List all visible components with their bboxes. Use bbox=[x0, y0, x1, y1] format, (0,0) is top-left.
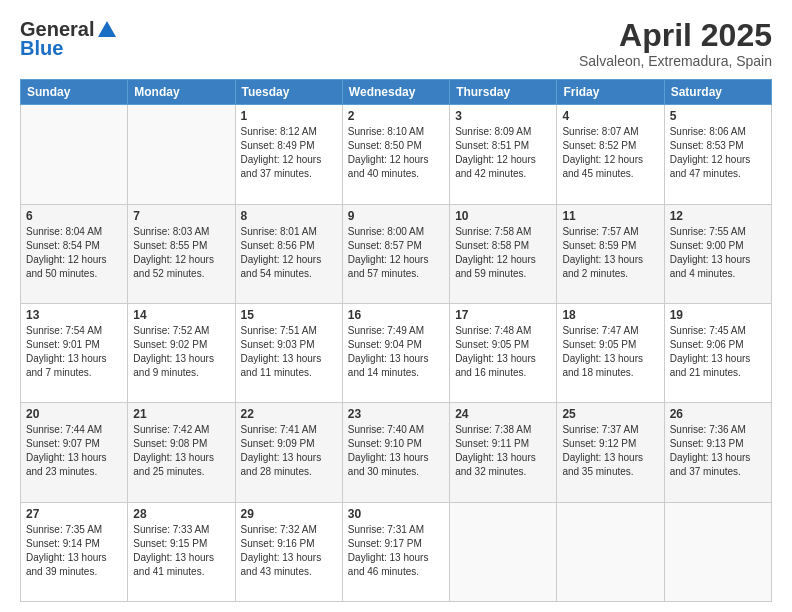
calendar-cell bbox=[21, 105, 128, 204]
logo-icon bbox=[96, 19, 118, 41]
calendar-cell bbox=[128, 105, 235, 204]
day-number: 9 bbox=[348, 209, 444, 223]
calendar-cell: 7Sunrise: 8:03 AMSunset: 8:55 PMDaylight… bbox=[128, 204, 235, 303]
day-number: 10 bbox=[455, 209, 551, 223]
calendar-week-row: 6Sunrise: 8:04 AMSunset: 8:54 PMDaylight… bbox=[21, 204, 772, 303]
svg-marker-0 bbox=[98, 21, 116, 37]
day-info: Sunrise: 7:51 AMSunset: 9:03 PMDaylight:… bbox=[241, 324, 337, 380]
calendar-cell: 4Sunrise: 8:07 AMSunset: 8:52 PMDaylight… bbox=[557, 105, 664, 204]
calendar-cell: 16Sunrise: 7:49 AMSunset: 9:04 PMDayligh… bbox=[342, 303, 449, 402]
day-number: 28 bbox=[133, 507, 229, 521]
col-friday: Friday bbox=[557, 80, 664, 105]
day-info: Sunrise: 7:40 AMSunset: 9:10 PMDaylight:… bbox=[348, 423, 444, 479]
day-info: Sunrise: 8:04 AMSunset: 8:54 PMDaylight:… bbox=[26, 225, 122, 281]
header: General Blue April 2025 Salvaleon, Extre… bbox=[20, 18, 772, 69]
day-number: 22 bbox=[241, 407, 337, 421]
day-info: Sunrise: 8:01 AMSunset: 8:56 PMDaylight:… bbox=[241, 225, 337, 281]
calendar-cell: 20Sunrise: 7:44 AMSunset: 9:07 PMDayligh… bbox=[21, 403, 128, 502]
day-info: Sunrise: 8:09 AMSunset: 8:51 PMDaylight:… bbox=[455, 125, 551, 181]
calendar-cell: 1Sunrise: 8:12 AMSunset: 8:49 PMDaylight… bbox=[235, 105, 342, 204]
day-info: Sunrise: 7:44 AMSunset: 9:07 PMDaylight:… bbox=[26, 423, 122, 479]
day-info: Sunrise: 7:55 AMSunset: 9:00 PMDaylight:… bbox=[670, 225, 766, 281]
calendar-week-row: 13Sunrise: 7:54 AMSunset: 9:01 PMDayligh… bbox=[21, 303, 772, 402]
day-number: 25 bbox=[562, 407, 658, 421]
day-number: 19 bbox=[670, 308, 766, 322]
calendar-week-row: 1Sunrise: 8:12 AMSunset: 8:49 PMDaylight… bbox=[21, 105, 772, 204]
day-number: 15 bbox=[241, 308, 337, 322]
day-number: 30 bbox=[348, 507, 444, 521]
day-number: 12 bbox=[670, 209, 766, 223]
day-info: Sunrise: 7:52 AMSunset: 9:02 PMDaylight:… bbox=[133, 324, 229, 380]
calendar-cell: 18Sunrise: 7:47 AMSunset: 9:05 PMDayligh… bbox=[557, 303, 664, 402]
day-info: Sunrise: 7:31 AMSunset: 9:17 PMDaylight:… bbox=[348, 523, 444, 579]
day-info: Sunrise: 8:10 AMSunset: 8:50 PMDaylight:… bbox=[348, 125, 444, 181]
main-title: April 2025 bbox=[579, 18, 772, 53]
calendar-cell: 24Sunrise: 7:38 AMSunset: 9:11 PMDayligh… bbox=[450, 403, 557, 502]
day-info: Sunrise: 7:37 AMSunset: 9:12 PMDaylight:… bbox=[562, 423, 658, 479]
day-number: 18 bbox=[562, 308, 658, 322]
day-number: 14 bbox=[133, 308, 229, 322]
day-number: 8 bbox=[241, 209, 337, 223]
day-number: 7 bbox=[133, 209, 229, 223]
day-info: Sunrise: 7:33 AMSunset: 9:15 PMDaylight:… bbox=[133, 523, 229, 579]
day-number: 20 bbox=[26, 407, 122, 421]
page: General Blue April 2025 Salvaleon, Extre… bbox=[0, 0, 792, 612]
day-number: 21 bbox=[133, 407, 229, 421]
calendar-header-row: Sunday Monday Tuesday Wednesday Thursday… bbox=[21, 80, 772, 105]
day-number: 24 bbox=[455, 407, 551, 421]
day-number: 16 bbox=[348, 308, 444, 322]
subtitle: Salvaleon, Extremadura, Spain bbox=[579, 53, 772, 69]
calendar-cell: 21Sunrise: 7:42 AMSunset: 9:08 PMDayligh… bbox=[128, 403, 235, 502]
calendar-cell: 13Sunrise: 7:54 AMSunset: 9:01 PMDayligh… bbox=[21, 303, 128, 402]
day-number: 17 bbox=[455, 308, 551, 322]
calendar-cell: 2Sunrise: 8:10 AMSunset: 8:50 PMDaylight… bbox=[342, 105, 449, 204]
day-number: 23 bbox=[348, 407, 444, 421]
day-info: Sunrise: 8:03 AMSunset: 8:55 PMDaylight:… bbox=[133, 225, 229, 281]
calendar-cell bbox=[664, 502, 771, 601]
col-monday: Monday bbox=[128, 80, 235, 105]
calendar-cell: 11Sunrise: 7:57 AMSunset: 8:59 PMDayligh… bbox=[557, 204, 664, 303]
day-number: 2 bbox=[348, 109, 444, 123]
calendar-cell: 19Sunrise: 7:45 AMSunset: 9:06 PMDayligh… bbox=[664, 303, 771, 402]
calendar-cell: 6Sunrise: 8:04 AMSunset: 8:54 PMDaylight… bbox=[21, 204, 128, 303]
day-info: Sunrise: 7:42 AMSunset: 9:08 PMDaylight:… bbox=[133, 423, 229, 479]
day-number: 29 bbox=[241, 507, 337, 521]
day-info: Sunrise: 7:36 AMSunset: 9:13 PMDaylight:… bbox=[670, 423, 766, 479]
logo-blue-text: Blue bbox=[20, 37, 63, 60]
day-info: Sunrise: 7:47 AMSunset: 9:05 PMDaylight:… bbox=[562, 324, 658, 380]
calendar-cell: 14Sunrise: 7:52 AMSunset: 9:02 PMDayligh… bbox=[128, 303, 235, 402]
day-info: Sunrise: 7:32 AMSunset: 9:16 PMDaylight:… bbox=[241, 523, 337, 579]
calendar-cell: 12Sunrise: 7:55 AMSunset: 9:00 PMDayligh… bbox=[664, 204, 771, 303]
col-saturday: Saturday bbox=[664, 80, 771, 105]
calendar-cell: 17Sunrise: 7:48 AMSunset: 9:05 PMDayligh… bbox=[450, 303, 557, 402]
col-thursday: Thursday bbox=[450, 80, 557, 105]
calendar-cell: 8Sunrise: 8:01 AMSunset: 8:56 PMDaylight… bbox=[235, 204, 342, 303]
calendar-cell: 30Sunrise: 7:31 AMSunset: 9:17 PMDayligh… bbox=[342, 502, 449, 601]
calendar-cell: 3Sunrise: 8:09 AMSunset: 8:51 PMDaylight… bbox=[450, 105, 557, 204]
calendar-cell: 10Sunrise: 7:58 AMSunset: 8:58 PMDayligh… bbox=[450, 204, 557, 303]
calendar-cell: 28Sunrise: 7:33 AMSunset: 9:15 PMDayligh… bbox=[128, 502, 235, 601]
logo: General Blue bbox=[20, 18, 118, 60]
calendar-cell bbox=[450, 502, 557, 601]
calendar-cell: 26Sunrise: 7:36 AMSunset: 9:13 PMDayligh… bbox=[664, 403, 771, 502]
day-number: 4 bbox=[562, 109, 658, 123]
calendar-cell: 9Sunrise: 8:00 AMSunset: 8:57 PMDaylight… bbox=[342, 204, 449, 303]
calendar-cell: 5Sunrise: 8:06 AMSunset: 8:53 PMDaylight… bbox=[664, 105, 771, 204]
day-info: Sunrise: 7:48 AMSunset: 9:05 PMDaylight:… bbox=[455, 324, 551, 380]
day-number: 27 bbox=[26, 507, 122, 521]
day-number: 1 bbox=[241, 109, 337, 123]
calendar-week-row: 20Sunrise: 7:44 AMSunset: 9:07 PMDayligh… bbox=[21, 403, 772, 502]
day-number: 5 bbox=[670, 109, 766, 123]
calendar-cell: 23Sunrise: 7:40 AMSunset: 9:10 PMDayligh… bbox=[342, 403, 449, 502]
calendar-table: Sunday Monday Tuesday Wednesday Thursday… bbox=[20, 79, 772, 602]
day-info: Sunrise: 8:07 AMSunset: 8:52 PMDaylight:… bbox=[562, 125, 658, 181]
day-info: Sunrise: 7:57 AMSunset: 8:59 PMDaylight:… bbox=[562, 225, 658, 281]
calendar-cell: 15Sunrise: 7:51 AMSunset: 9:03 PMDayligh… bbox=[235, 303, 342, 402]
col-tuesday: Tuesday bbox=[235, 80, 342, 105]
day-info: Sunrise: 8:12 AMSunset: 8:49 PMDaylight:… bbox=[241, 125, 337, 181]
col-sunday: Sunday bbox=[21, 80, 128, 105]
calendar-cell bbox=[557, 502, 664, 601]
title-area: April 2025 Salvaleon, Extremadura, Spain bbox=[579, 18, 772, 69]
col-wednesday: Wednesday bbox=[342, 80, 449, 105]
day-number: 26 bbox=[670, 407, 766, 421]
